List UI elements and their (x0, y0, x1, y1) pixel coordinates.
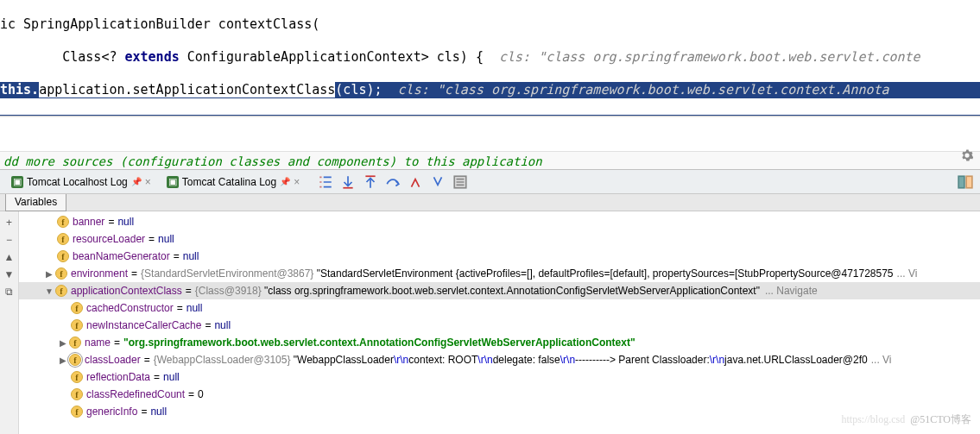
close-icon[interactable]: × (145, 176, 151, 188)
field-icon: f (71, 371, 83, 383)
evaluate-icon[interactable] (452, 174, 468, 190)
var-bean-name-generator[interactable]: f beanNameGenerator = null (19, 248, 980, 265)
gear-icon[interactable] (961, 149, 973, 164)
highlight-method: setApplicationContextClass (133, 82, 336, 97)
var-name: genericInfo (86, 406, 137, 418)
variables-header: Variables (0, 194, 980, 211)
step-out-red-icon[interactable] (408, 174, 423, 190)
field-icon: f (71, 388, 83, 400)
equals: = (114, 337, 120, 349)
selected-line[interactable]: this.application.setApplicationContextCl… (0, 82, 980, 98)
var-class-loader[interactable]: ▶ f classLoader = {WebappClassLoader@310… (19, 351, 980, 368)
equals: = (174, 250, 180, 262)
expand-icon[interactable]: ▶ (57, 338, 69, 348)
var-value: null (163, 371, 180, 383)
layout-icon[interactable] (958, 174, 973, 190)
watermark-main: @51CTO博客 (910, 413, 971, 425)
editor-docstring: dd more sources (configuration classes a… (0, 151, 980, 170)
var-new-instance-caller-cache[interactable]: f newInstanceCallerCache = null (19, 317, 980, 334)
var-value: "WebappClassLoader (294, 354, 394, 366)
field-icon: f (57, 233, 69, 245)
code-fragment: ic (0, 16, 23, 32)
var-type: {Class@3918} (195, 285, 262, 297)
code-fragment: SpringApplicationBuilder contextClass( (23, 16, 319, 32)
var-resource-loader[interactable]: f resourceLoader = null (19, 230, 980, 248)
var-value: "StandardServletEnvironment {activeProfi… (317, 267, 894, 280)
var-name: cachedConstructor (86, 302, 174, 314)
var-name: name (85, 337, 111, 349)
equals: = (177, 302, 183, 314)
escape-seq: \r\n (477, 354, 492, 366)
close-icon[interactable]: × (294, 176, 300, 188)
escape-seq: \r\n (560, 354, 575, 366)
inline-hint: cls: "class org.springframework.boot.web… (499, 49, 920, 65)
var-value: delegate: false (493, 354, 560, 366)
var-generic-info[interactable]: f genericInfo = null (19, 403, 980, 420)
var-class-redefined-count[interactable]: f classRedefinedCount = 0 (19, 386, 980, 403)
copy-icon[interactable]: ⧉ (3, 286, 16, 298)
var-application-context-class[interactable]: ▼ f applicationContextClass = {Class@391… (19, 282, 980, 299)
equals: = (186, 285, 192, 297)
var-value: null (183, 250, 199, 262)
var-value: null (158, 233, 174, 245)
step-into-blue-icon[interactable] (430, 174, 446, 190)
step-over-icon[interactable] (385, 174, 401, 190)
down-icon[interactable]: ▼ (3, 268, 16, 280)
variables-title[interactable]: Variables (5, 194, 66, 211)
expand-icon[interactable]: ▶ (57, 355, 69, 365)
svg-rect-1 (958, 176, 964, 188)
field-icon: f (71, 406, 83, 418)
code-fragment: ConfigurableApplicationContext> cls) { (180, 49, 499, 65)
var-value: null (187, 302, 203, 314)
code-fragment: Class<? (0, 49, 125, 65)
list-icon[interactable] (318, 174, 333, 190)
var-name: environment (71, 267, 128, 280)
keyword-this: this. (0, 82, 39, 97)
add-watch-icon[interactable]: + (3, 217, 16, 229)
field-override-icon: f (69, 354, 81, 366)
tab-label: Tomcat Localhost Log (27, 176, 128, 188)
variables-gutter: + − ▲ ▼ ⧉ (0, 211, 19, 434)
equals: = (141, 406, 147, 418)
step-up-icon[interactable] (363, 174, 378, 190)
var-value: "org.springframework.boot.web.servlet.co… (123, 337, 635, 349)
var-value: context: ROOT (408, 354, 477, 366)
equals: = (188, 388, 194, 400)
field-icon: f (57, 216, 69, 228)
ellipsis[interactable]: ... Vi (897, 267, 918, 280)
var-cached-constructor[interactable]: f cachedConstructor = null (19, 299, 980, 317)
server-icon: ▣ (167, 176, 179, 188)
field-icon: f (71, 319, 83, 331)
tab-label: Tomcat Catalina Log (182, 176, 276, 188)
tab-tomcat-catalina[interactable]: ▣ Tomcat Catalina Log 📌 × (159, 172, 307, 192)
editor-blank (0, 116, 980, 151)
var-value: ----------> Parent Classloader: (575, 354, 710, 366)
remove-watch-icon[interactable]: − (3, 234, 16, 246)
equals: = (205, 319, 211, 331)
var-name: reflectionData (86, 371, 150, 383)
inline-hint: cls: "class org.springframework.boot.web… (398, 82, 889, 97)
var-name-field[interactable]: ▶ f name = "org.springframework.boot.web… (19, 334, 980, 351)
field-icon: f (69, 337, 81, 349)
var-reflection-data[interactable]: f reflectionData = null (19, 368, 980, 386)
code-fragment: (cls); (335, 82, 397, 97)
equals: = (149, 233, 155, 245)
var-value: null (117, 216, 134, 228)
var-banner[interactable]: f banner = null (19, 213, 980, 230)
variables-tree: f banner = null f resourceLoader = null … (19, 211, 980, 422)
var-environment[interactable]: ▶ f environment = {StandardServletEnviro… (19, 265, 980, 282)
ellipsis[interactable]: ... Vi (871, 354, 892, 366)
collapse-icon[interactable]: ▼ (43, 286, 55, 296)
code-editor[interactable]: ic SpringApplicationBuilder contextClass… (0, 0, 980, 116)
var-type: {StandardServletEnvironment@3867} (141, 267, 313, 280)
var-name: classLoader (85, 354, 141, 366)
equals: = (108, 216, 114, 228)
pin-icon[interactable]: 📌 (131, 177, 142, 186)
tab-tomcat-localhost[interactable]: ▣ Tomcat Localhost Log 📌 × (3, 172, 159, 192)
var-value: 0 (198, 388, 204, 400)
step-down-icon[interactable] (340, 174, 356, 190)
navigate-link[interactable]: ... Navigate (765, 285, 818, 297)
expand-icon[interactable]: ▶ (43, 269, 55, 279)
pin-icon[interactable]: 📌 (280, 177, 290, 186)
up-icon[interactable]: ▲ (3, 251, 16, 263)
